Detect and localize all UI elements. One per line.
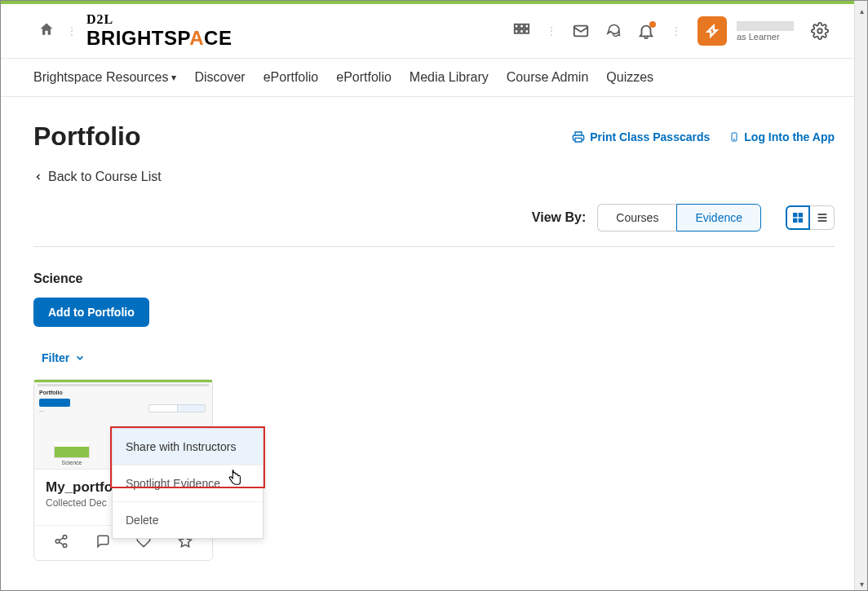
- svg-line-23: [60, 538, 64, 540]
- back-link-label: Back to Course List: [48, 170, 162, 184]
- svg-point-22: [64, 544, 68, 548]
- nav-discover[interactable]: Discover: [194, 70, 245, 85]
- scrollbar-vertical[interactable]: ▴ ▾: [854, 1, 867, 590]
- user-name-placeholder: [737, 21, 794, 31]
- notification-dot: [649, 21, 656, 28]
- view-by-evidence[interactable]: Evidence: [676, 204, 761, 232]
- view-by-label: View By:: [532, 210, 586, 225]
- menu-delete[interactable]: Delete: [113, 502, 263, 538]
- page-title: Portfolio: [33, 121, 141, 152]
- svg-point-7: [817, 29, 822, 33]
- svg-rect-13: [799, 218, 803, 223]
- list-view-button[interactable]: [810, 205, 835, 230]
- title-row: Portfolio Print Class Passcards Log Into…: [33, 121, 835, 152]
- add-to-portfolio-button[interactable]: Add to Portfolio: [33, 298, 149, 327]
- nav-eportfolio-1[interactable]: ePortfolio: [264, 70, 319, 85]
- brightspace-logo: D2L BRIGHTSPACE: [86, 12, 232, 50]
- svg-rect-4: [520, 29, 524, 33]
- messages-icon[interactable]: [599, 16, 628, 46]
- scrollbar-up-arrow[interactable]: ▴: [855, 4, 868, 17]
- print-passcards-link[interactable]: Print Class Passcards: [572, 130, 710, 143]
- view-by-segmented: Courses Evidence: [597, 204, 761, 232]
- thumb-subject-label: Science: [62, 460, 82, 465]
- nav-media-library[interactable]: Media Library: [410, 70, 489, 85]
- svg-rect-5: [525, 29, 529, 33]
- scrollbar-thumb[interactable]: [856, 17, 867, 571]
- view-by-row: View By: Courses Evidence: [33, 204, 835, 247]
- view-by-courses[interactable]: Courses: [597, 204, 676, 232]
- separator-dots: ⋮: [546, 24, 556, 37]
- thumb-portfolio-label: Portfolio: [39, 390, 207, 395]
- svg-rect-1: [520, 24, 524, 29]
- print-link-label: Print Class Passcards: [590, 130, 710, 143]
- header-icon-group: ⋮ ⋮ as Learner: [507, 16, 835, 46]
- menu-spotlight-evidence[interactable]: Spotlight Evidence: [113, 465, 263, 502]
- svg-rect-10: [793, 213, 797, 217]
- logo-a: A: [189, 27, 204, 49]
- home-icon[interactable]: [33, 16, 60, 46]
- mail-icon[interactable]: [566, 16, 596, 46]
- svg-rect-12: [793, 218, 797, 223]
- share-icon[interactable]: [54, 534, 69, 552]
- notifications-icon[interactable]: [631, 16, 661, 46]
- user-role-label: as Learner: [737, 32, 794, 42]
- comment-icon[interactable]: [95, 534, 110, 552]
- chevron-down-icon: ▾: [171, 72, 176, 83]
- card-context-menu: Share with Instructors Spotlight Evidenc…: [112, 428, 264, 539]
- filter-label: Filter: [42, 351, 69, 364]
- filter-dropdown[interactable]: Filter: [42, 351, 835, 364]
- nav-quizzes[interactable]: Quizzes: [606, 70, 653, 85]
- back-to-course-list[interactable]: Back to Course List: [33, 170, 835, 184]
- menu-share-with-instructors[interactable]: Share with Instructors: [113, 429, 263, 465]
- user-block[interactable]: as Learner: [737, 21, 794, 42]
- svg-point-9: [734, 139, 735, 139]
- chevron-down-icon: [74, 352, 86, 364]
- login-app-label: Log Into the App: [744, 130, 835, 143]
- top-header: ⋮ D2L BRIGHTSPACE ⋮ ⋮ as Learner: [1, 4, 867, 59]
- subject-heading: Science: [33, 271, 835, 286]
- title-actions: Print Class Passcards Log Into the App: [572, 130, 835, 143]
- view-layout-toggle: [786, 205, 835, 230]
- scrollbar-down-arrow[interactable]: ▾: [855, 577, 868, 590]
- svg-rect-0: [515, 24, 519, 29]
- nav-course-admin[interactable]: Course Admin: [507, 70, 589, 85]
- logo-brightspace: BRIGHTSPACE: [86, 27, 232, 50]
- svg-rect-11: [799, 213, 803, 217]
- user-avatar-icon[interactable]: [698, 16, 727, 46]
- svg-line-24: [60, 542, 64, 545]
- chevron-left-icon: [33, 172, 43, 182]
- svg-point-20: [64, 536, 68, 540]
- logo-post: CE: [204, 27, 232, 49]
- svg-rect-3: [515, 29, 519, 33]
- nav-bar: Brightspace Resources ▾ Discover ePortfo…: [1, 59, 867, 97]
- separator-dots: ⋮: [66, 24, 77, 37]
- nav-eportfolio-2[interactable]: ePortfolio: [336, 70, 392, 85]
- separator-dots: ⋮: [671, 24, 681, 37]
- nav-label: Brightspace Resources: [33, 70, 168, 85]
- apps-grid-icon[interactable]: [507, 16, 536, 46]
- login-app-link[interactable]: Log Into the App: [729, 130, 835, 143]
- grid-view-button[interactable]: [786, 205, 810, 230]
- logo-d2l: D2L: [86, 12, 232, 27]
- svg-point-21: [56, 540, 60, 544]
- nav-brightspace-resources[interactable]: Brightspace Resources ▾: [33, 70, 176, 85]
- logo-pre: BRIGHTSP: [86, 27, 189, 49]
- gear-icon[interactable]: [805, 16, 835, 46]
- svg-rect-2: [525, 24, 529, 29]
